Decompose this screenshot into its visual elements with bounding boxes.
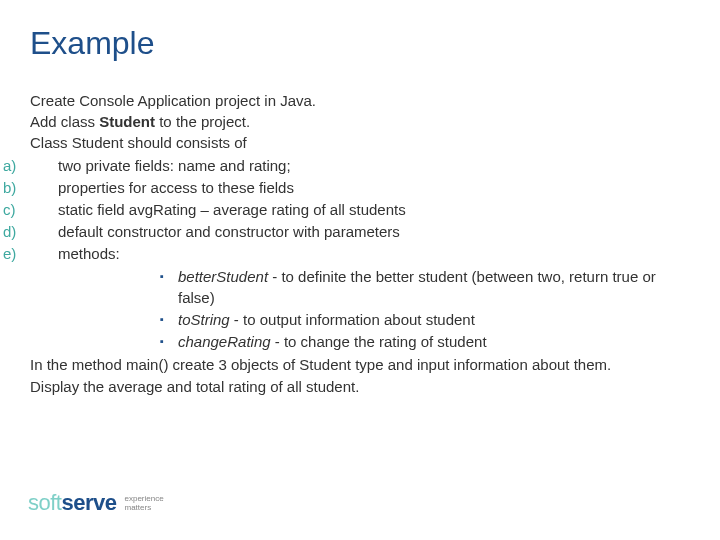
method-3: changeRating - to change the rating of s… — [178, 331, 690, 352]
marker-c: c) — [0, 199, 30, 220]
marker-b: b) — [0, 177, 30, 198]
intro-line-2: Add class Student to the project. — [30, 111, 690, 132]
content-a: two private fields: name and rating; — [30, 155, 291, 176]
method-item-1: ▪ betterStudent - to definite the better… — [160, 266, 690, 308]
intro-line-2-post: to the project. — [155, 113, 250, 130]
list-item-a: a) two private fields: name and rating; — [0, 155, 690, 176]
method-2-name: toString — [178, 311, 230, 328]
requirements-list: a) two private fields: name and rating; … — [0, 155, 690, 264]
marker-e: e) — [0, 243, 30, 264]
intro-block: Create Console Application project in Ja… — [30, 90, 690, 153]
closing-line-1: In the method main() create 3 objects of… — [30, 354, 690, 375]
method-2: toString - to output information about s… — [178, 309, 690, 330]
bullet-icon: ▪ — [160, 266, 178, 308]
method-3-name: changeRating — [178, 333, 271, 350]
marker-a: a) — [0, 155, 30, 176]
bullet-icon: ▪ — [160, 309, 178, 330]
bullet-icon: ▪ — [160, 331, 178, 352]
logo-serve: serve — [61, 490, 116, 515]
methods-list: ▪ betterStudent - to definite the better… — [160, 266, 690, 352]
content-e: methods: — [30, 243, 120, 264]
intro-line-2-pre: Add class — [30, 113, 99, 130]
method-1-name: betterStudent — [178, 268, 268, 285]
list-item-d: d) default constructor and constructor w… — [0, 221, 690, 242]
closing-line-2: Display the average and total rating of … — [30, 376, 690, 397]
logo-soft: soft — [28, 490, 61, 515]
logo-tagline: experience matters — [124, 493, 163, 513]
method-1: betterStudent - to definite the better s… — [178, 266, 690, 308]
marker-d: d) — [0, 221, 30, 242]
intro-line-2-bold: Student — [99, 113, 155, 130]
content-d: default constructor and constructor with… — [30, 221, 400, 242]
intro-line-3: Class Student should consists of — [30, 132, 690, 153]
logo-main: softserve — [28, 490, 116, 516]
method-item-2: ▪ toString - to output information about… — [160, 309, 690, 330]
method-item-3: ▪ changeRating - to change the rating of… — [160, 331, 690, 352]
closing-block: In the method main() create 3 objects of… — [30, 354, 690, 397]
method-3-desc: - to change the rating of student — [271, 333, 487, 350]
slide-title: Example — [30, 25, 690, 62]
logo-tag-2: matters — [124, 504, 163, 513]
list-item-c: c) static field avgRating – average rati… — [0, 199, 690, 220]
list-item-e: e) methods: — [0, 243, 690, 264]
list-item-b: b) properties for access to these fields — [0, 177, 690, 198]
method-2-desc: - to output information about student — [230, 311, 475, 328]
intro-line-1: Create Console Application project in Ja… — [30, 90, 690, 111]
content-c: static field avgRating – average rating … — [30, 199, 406, 220]
logo: softserve experience matters — [28, 490, 164, 516]
content-b: properties for access to these fields — [30, 177, 294, 198]
